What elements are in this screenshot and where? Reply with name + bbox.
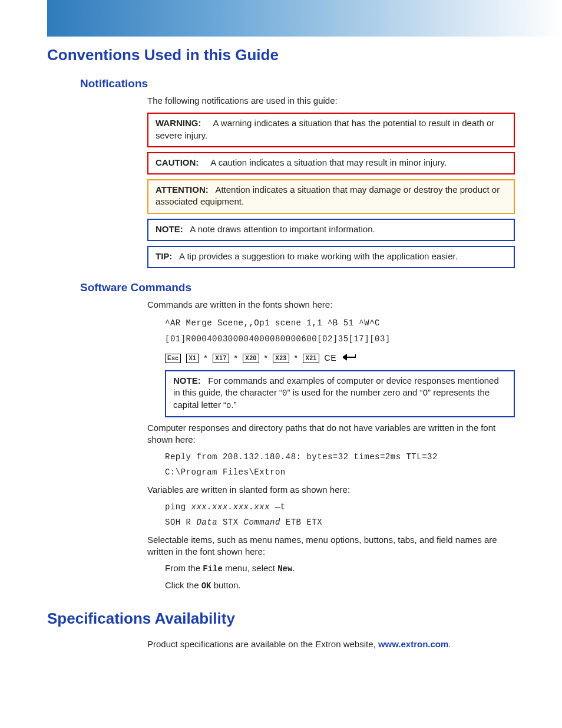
specs-text: Product specifications are available on … xyxy=(147,638,515,650)
selectable-intro: Selectable items, such as menu names, me… xyxy=(147,534,515,558)
enter-arrow-icon xyxy=(343,352,356,365)
heading-notifications: Notifications xyxy=(80,77,515,90)
x20-key: X20 xyxy=(243,354,259,363)
sel2c: button. xyxy=(211,580,241,590)
caution-box: CAUTION: A caution indicates a situation… xyxy=(147,152,515,174)
tip-text: A tip provides a suggestion to make work… xyxy=(179,251,458,261)
var2d: Command xyxy=(244,518,280,527)
variable-example-1: ping xxx.xxx.xxx.xxx —t xyxy=(165,500,515,513)
command-example-2: [01]R000400300004000080000600[02]35[17][… xyxy=(165,332,515,345)
specs-text-a: Product specifications are available on … xyxy=(147,639,378,649)
x17-key: X17 xyxy=(213,354,229,363)
selectable-example-1: From the File menu, select New. xyxy=(165,562,515,575)
heading-specifications: Specifications Availability xyxy=(47,610,515,628)
ce-text: CE xyxy=(325,353,336,363)
keycap-line: Esc X1 * X17 * X20 * X23 * X21 CE xyxy=(165,351,515,365)
ok-button-label: OK xyxy=(201,581,211,591)
sel1e: . xyxy=(292,563,295,573)
x1-key: X1 xyxy=(186,354,199,363)
file-menu: File xyxy=(203,564,223,574)
var2b: Data xyxy=(196,518,217,527)
zero-char: 0 xyxy=(282,388,287,398)
caution-text: A caution indicates a situation that may… xyxy=(210,157,447,167)
note-box: NOTE: A note draws attention to importan… xyxy=(147,219,515,241)
x23-key: X23 xyxy=(273,354,289,363)
sel1c: menu, select xyxy=(223,563,277,573)
software-intro: Commands are written in the fonts shown … xyxy=(147,299,515,311)
var1a: ping xyxy=(165,502,191,512)
esc-key: Esc xyxy=(165,354,181,363)
star: * xyxy=(204,353,207,363)
specs-dot: . xyxy=(448,639,451,649)
star: * xyxy=(295,353,298,363)
attention-label: ATTENTION: xyxy=(156,185,209,195)
heading-conventions: Conventions Used in this Guide xyxy=(47,46,515,64)
var2a: SOH R xyxy=(165,518,196,527)
var1b: xxx.xxx.xxx.xxx xyxy=(191,502,270,512)
x21-key: X21 xyxy=(303,354,319,363)
warning-box: WARNING: A warning indicates a situation… xyxy=(147,113,515,147)
software-note-text-d: .” xyxy=(231,400,236,410)
response-example-2: C:\Program Files\Extron xyxy=(165,466,515,479)
variables-intro: Variables are written in slanted form as… xyxy=(147,484,515,496)
note-label: NOTE: xyxy=(156,224,183,234)
warning-label: WARNING: xyxy=(156,118,201,128)
warning-text: A warning indicates a situation that has… xyxy=(156,118,494,140)
software-note-text-b: ” is used for the number zero and “ xyxy=(287,387,423,397)
top-bar xyxy=(0,0,562,37)
caution-label: CAUTION: xyxy=(156,157,199,167)
sel2a: Click the xyxy=(165,580,201,590)
response-example-1: Reply from 208.132.180.48: bytes=32 time… xyxy=(165,450,515,463)
sel1a: From the xyxy=(165,563,203,573)
var2c: STX xyxy=(217,518,244,527)
star: * xyxy=(234,353,237,363)
command-example-1: ^AR Merge Scene,,Op1 scene 1,1 ^B 51 ^W^… xyxy=(165,317,515,330)
tip-box: TIP: A tip provides a suggestion to make… xyxy=(147,246,515,268)
page-content: Conventions Used in this Guide Notificat… xyxy=(0,46,562,678)
variable-example-2: SOH R Data STX Command ETB ETX xyxy=(165,516,515,529)
new-option: New xyxy=(277,564,292,574)
attention-box: ATTENTION: Attention indicates a situati… xyxy=(147,179,515,214)
var2e: ETB ETX xyxy=(280,518,322,527)
star: * xyxy=(264,353,267,363)
notifications-intro: The following notifications are used in … xyxy=(147,95,515,107)
response-intro: Computer responses and directory paths t… xyxy=(147,422,515,446)
var1c: —t xyxy=(270,502,286,512)
o-char: O xyxy=(423,388,428,398)
tip-label: TIP: xyxy=(156,251,172,261)
extron-link[interactable]: www.extron.com xyxy=(378,639,448,649)
selectable-example-2: Click the OK button. xyxy=(165,579,515,592)
heading-software-commands: Software Commands xyxy=(80,281,515,294)
note-text: A note draws attention to important info… xyxy=(190,224,375,234)
software-note-label: NOTE: xyxy=(173,375,201,386)
software-note-box: NOTE: For commands and examples of compu… xyxy=(165,370,515,417)
